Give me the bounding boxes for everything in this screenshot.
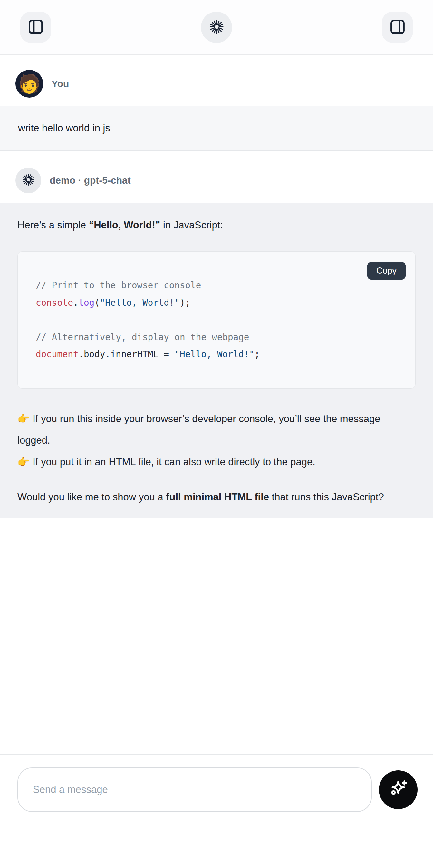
chat-empty-space: [0, 519, 433, 754]
panel-left-icon: [27, 19, 44, 36]
top-bar: [0, 0, 433, 55]
sidebar-right-toggle-button[interactable]: [382, 11, 413, 43]
user-avatar: 🧑: [16, 70, 43, 98]
note-line: 👉 If you run this inside your browser’s …: [18, 408, 415, 451]
assistant-notes: 👉 If you run this inside your browser’s …: [18, 408, 415, 473]
composer-bar: [0, 754, 433, 823]
user-turn-header: 🧑 You: [16, 70, 433, 98]
user-message-text: write hello world in js: [18, 122, 110, 134]
starburst-icon: [209, 19, 224, 36]
assistant-message: Here’s a simple “Hello, World!” in JavaS…: [0, 203, 433, 519]
starburst-icon: [22, 173, 35, 188]
assistant-avatar: [16, 167, 41, 193]
note-line: 👉 If you put it in an HTML file, it can …: [18, 451, 415, 473]
sidebar-left-toggle-button[interactable]: [20, 11, 51, 43]
message-input[interactable]: [18, 768, 372, 812]
user-turn-name: You: [52, 78, 69, 89]
model-switcher-button[interactable]: [201, 11, 232, 43]
panel-right-icon: [389, 19, 406, 36]
assistant-question-text: Would you like me to show you a full min…: [18, 486, 415, 508]
copy-code-button[interactable]: Copy: [367, 262, 406, 280]
user-message: write hello world in js: [0, 106, 433, 151]
send-button[interactable]: [379, 770, 417, 809]
assistant-intro-text: Here’s a simple “Hello, World!” in JavaS…: [18, 215, 415, 236]
person-emoji: 🧑: [18, 75, 40, 93]
assistant-turn-name: demo · gpt-5-chat: [50, 175, 131, 186]
assistant-turn-header: demo · gpt-5-chat: [16, 167, 433, 193]
sparkle-icon: [388, 778, 409, 801]
code-content: // Print to the browser consoleconsole.l…: [36, 277, 402, 363]
code-block: Copy // Print to the browser consolecons…: [18, 251, 415, 389]
